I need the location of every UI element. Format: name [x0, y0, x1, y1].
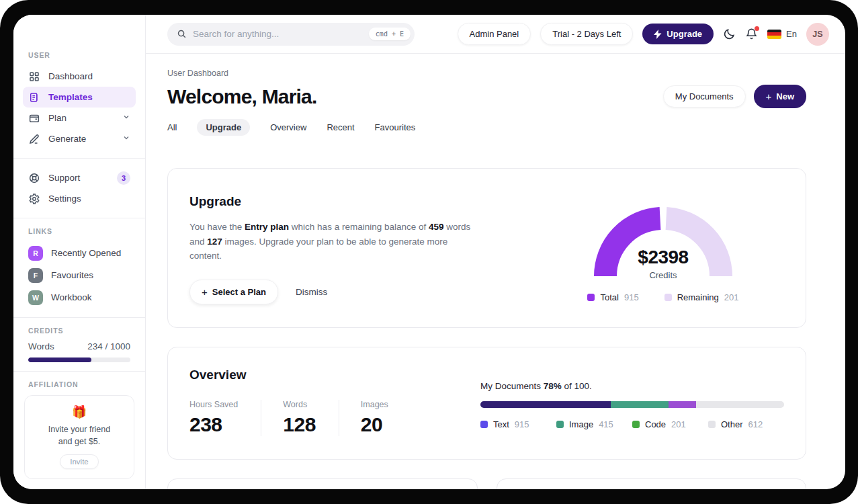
tab-bar: All Upgrade Overview Recent Favourites	[167, 119, 806, 136]
credits-progress-fill	[28, 358, 91, 362]
stat-value: 128	[283, 413, 316, 436]
legend-item-other: Other 612	[708, 419, 784, 429]
legend-swatch	[664, 294, 672, 301]
main-area: cmd + E Admin Panel Trial - 2 Days Left …	[146, 15, 845, 489]
legend-value: 612	[748, 419, 763, 429]
credits-gauge-chart: $2398 Credits	[584, 194, 742, 280]
legend-label: Image	[569, 419, 593, 429]
sidebar-item-label: Support	[48, 173, 80, 183]
tab-upgrade[interactable]: Upgrade	[197, 119, 250, 136]
chevron-down-icon	[122, 113, 130, 123]
credits-progress-track	[28, 358, 130, 362]
sidebar-item-label: Dashboard	[48, 71, 93, 81]
legend-swatch	[708, 421, 716, 428]
credits-gauge-block: $2398 Credits Total 915 Remaining	[562, 194, 764, 304]
tab-overview[interactable]: Overview	[270, 119, 306, 136]
notifications-button[interactable]	[745, 28, 758, 40]
sidebar-item-generate[interactable]: Generate	[23, 128, 136, 149]
wallet-icon	[28, 112, 40, 124]
legend-swatch	[587, 294, 595, 301]
gauge-legend: Total 915 Remaining 201	[562, 292, 764, 302]
sidebar-divider	[13, 317, 145, 318]
sidebar-item-settings[interactable]: Settings	[23, 188, 136, 209]
affiliation-text-line1: Invite your friend	[48, 425, 110, 434]
stat-value: 238	[189, 413, 238, 436]
documents-card: Documents Favourites Untitled Document i…	[167, 478, 478, 489]
sidebar-divider	[13, 158, 145, 159]
admin-panel-button[interactable]: Admin Panel	[458, 23, 531, 45]
legend-item-text: Text 915	[480, 419, 556, 429]
search-bar[interactable]: cmd + E	[167, 23, 415, 46]
upgrade-button[interactable]: Upgrade	[642, 24, 714, 44]
affiliation-card: 🎁 Invite your friend and get $5. Invite	[24, 395, 134, 479]
sidebar-section-credits: CREDITS	[28, 327, 136, 335]
bottom-cards-row: Documents Favourites Untitled Document i…	[167, 478, 806, 489]
german-flag-icon	[767, 30, 781, 39]
sidebar-section-affiliation: AFFILIATION	[28, 380, 136, 388]
upgrade-card-body: You have the Entry plan which has a rema…	[189, 220, 478, 263]
plus-icon: +	[766, 91, 772, 102]
legend-label: Remaining	[677, 292, 719, 302]
sidebar-link-workbook[interactable]: W Workbook	[23, 286, 136, 308]
stat-label: Hours Saved	[189, 400, 238, 409]
search-icon	[177, 29, 187, 39]
documents-progress-block: My Documents 78% of 100. Text 915	[480, 368, 784, 436]
link-label: Workbook	[51, 292, 92, 302]
app-window: USER Dashboard Templates Plan Generate S…	[13, 15, 845, 489]
tab-all[interactable]: All	[167, 119, 177, 136]
content-area: User Dashboard Welcome, Maria. My Docume…	[146, 54, 845, 489]
stat-label: Images	[361, 400, 388, 409]
legend-swatch	[632, 421, 640, 428]
overview-card-title: Overview	[189, 368, 480, 382]
user-avatar[interactable]: JS	[806, 23, 829, 46]
sidebar-item-dashboard[interactable]: Dashboard	[23, 66, 136, 87]
dismiss-button[interactable]: Dismiss	[296, 287, 327, 297]
select-plan-button[interactable]: + Select a Plan	[189, 280, 278, 304]
gauge-center-label: Credits	[584, 270, 742, 280]
chevron-down-icon	[122, 134, 130, 144]
bar-legend: Text 915 Image 415 Code 201	[480, 419, 784, 429]
link-initial-badge: R	[28, 246, 43, 261]
legend-value: 915	[624, 292, 639, 302]
dark-mode-toggle[interactable]	[723, 28, 736, 40]
lifebuoy-icon	[28, 172, 40, 184]
search-input[interactable]	[193, 29, 363, 39]
sidebar-item-plan[interactable]: Plan	[23, 108, 136, 128]
notification-dot	[755, 26, 759, 31]
tab-recent[interactable]: Recent	[327, 119, 354, 136]
link-initial-badge: F	[28, 268, 43, 283]
overview-card: Overview Hours Saved 238 Words 128 Image…	[167, 347, 806, 460]
overview-stats: Hours Saved 238 Words 128 Images 20	[189, 400, 480, 436]
stat-value: 20	[361, 413, 388, 436]
my-documents-button[interactable]: My Documents	[663, 85, 746, 108]
legend-value: 201	[671, 419, 686, 429]
trial-status-button[interactable]: Trial - 2 Days Left	[540, 23, 633, 45]
grid-icon	[28, 71, 40, 83]
lightning-bolt-icon	[654, 30, 662, 39]
invite-button[interactable]: Invite	[60, 454, 99, 469]
stat-hours-saved: Hours Saved 238	[189, 400, 261, 436]
sidebar-link-recently-opened[interactable]: R Recently Opened	[23, 242, 136, 264]
sidebar-item-support[interactable]: Support 3	[23, 167, 136, 188]
link-initial-badge: W	[28, 290, 43, 305]
select-plan-label: Select a Plan	[212, 287, 266, 297]
document-icon	[28, 91, 40, 103]
tab-favourites[interactable]: Favourites	[375, 119, 416, 136]
device-frame: USER Dashboard Templates Plan Generate S…	[0, 0, 858, 504]
sidebar-link-favourites[interactable]: F Favourites	[23, 264, 136, 286]
new-button[interactable]: + New	[754, 85, 807, 108]
legend-swatch	[480, 421, 488, 428]
credits-row: Words 234 / 1000	[28, 341, 130, 351]
templates-card: Templates Recently Launched Blog Post Ti…	[497, 478, 807, 489]
credits-value: 234 / 1000	[87, 341, 130, 351]
sidebar-section-user: USER	[28, 51, 136, 59]
sidebar-section-links: LINKS	[28, 227, 136, 235]
topbar: cmd + E Admin Panel Trial - 2 Days Left …	[146, 15, 845, 54]
sidebar-item-templates[interactable]: Templates	[23, 87, 136, 108]
legend-value: 415	[599, 419, 613, 429]
legend-item-image: Image 415	[556, 419, 632, 429]
stat-images: Images 20	[339, 400, 411, 436]
language-label: En	[786, 29, 797, 39]
legend-item-code: Code 201	[632, 419, 708, 429]
language-selector[interactable]: En	[767, 29, 797, 39]
